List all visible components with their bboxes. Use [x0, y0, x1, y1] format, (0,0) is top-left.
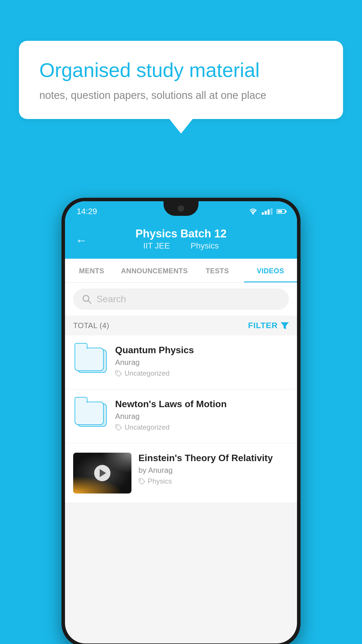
header-subtitle-iitjee: IIT JEE: [143, 241, 170, 250]
tag-icon: [138, 478, 145, 484]
search-input[interactable]: Search: [96, 294, 126, 304]
video-thumb-quantum: [73, 345, 108, 380]
video-author: by Anurag: [138, 466, 289, 475]
tag-icon: [115, 370, 122, 377]
header-subtitle-sep: [179, 241, 184, 250]
tag-icon: [115, 424, 122, 430]
list-item[interactable]: Einstein's Theory Of Relativity by Anura…: [65, 443, 297, 503]
tag-label: Physics: [148, 477, 172, 485]
speech-bubble-title: Organised study material: [39, 58, 323, 82]
tabs-bar: MENTS ANNOUNCEMENTS TESTS VIDEOS: [65, 259, 297, 283]
back-button[interactable]: ←: [75, 234, 87, 247]
header-subtitle: IIT JEE Physics: [77, 241, 285, 251]
folder-icon: [75, 348, 107, 377]
svg-point-0: [252, 213, 254, 215]
search-icon: [82, 294, 92, 304]
tab-tests[interactable]: TESTS: [191, 259, 244, 282]
total-count: TOTAL (4): [73, 321, 109, 330]
speech-bubble: Organised study material notes, question…: [19, 41, 343, 119]
video-author: Anurag: [115, 358, 289, 367]
video-title: Newton's Laws of Motion: [115, 399, 289, 410]
notch: [164, 201, 198, 216]
filter-button[interactable]: FILTER: [248, 321, 289, 330]
speech-bubble-container: Organised study material notes, question…: [19, 41, 343, 134]
video-tag: Uncategorized: [115, 423, 289, 431]
video-tag: Physics: [138, 477, 289, 485]
video-title: Quantum Physics: [115, 345, 289, 356]
tab-ments[interactable]: MENTS: [65, 259, 118, 282]
video-list: Quantum Physics Anurag Uncategorized: [65, 335, 297, 503]
svg-point-5: [117, 426, 118, 427]
svg-point-6: [140, 480, 141, 481]
video-author: Anurag: [115, 412, 289, 421]
video-title: Einstein's Theory Of Relativity: [138, 453, 289, 463]
speech-bubble-arrow: [169, 119, 193, 134]
video-info-einstein: Einstein's Theory Of Relativity by Anura…: [138, 453, 289, 485]
tag-label: Uncategorized: [124, 423, 170, 431]
svg-marker-3: [281, 322, 289, 329]
speech-bubble-subtitle: notes, question papers, solutions all at…: [39, 89, 323, 102]
video-thumb-newton: [73, 399, 108, 434]
svg-line-2: [88, 300, 91, 303]
tab-announcements[interactable]: ANNOUNCEMENTS: [118, 259, 191, 282]
signal-icon: [262, 208, 273, 215]
filter-icon: [281, 322, 289, 329]
header-title: Physics Batch 12: [77, 228, 285, 240]
phone-frame: 14:29: [61, 198, 301, 644]
battery-icon: [277, 209, 285, 214]
search-bar[interactable]: Search: [73, 288, 289, 310]
video-tag: Uncategorized: [115, 369, 289, 377]
play-button[interactable]: [94, 465, 110, 481]
list-item[interactable]: Quantum Physics Anurag Uncategorized: [65, 335, 297, 389]
status-icons: [248, 208, 285, 215]
video-thumbnail-einstein: [73, 453, 131, 494]
folder-icon: [75, 402, 107, 431]
wifi-icon: [248, 208, 258, 215]
list-item[interactable]: Newton's Laws of Motion Anurag Uncategor…: [65, 389, 297, 443]
camera-dot: [178, 205, 184, 212]
svg-point-4: [117, 372, 118, 373]
play-triangle-icon: [100, 469, 106, 477]
filter-bar: TOTAL (4) FILTER: [65, 316, 297, 335]
filter-label: FILTER: [248, 321, 278, 330]
search-bar-container: Search: [65, 283, 297, 316]
video-info-quantum: Quantum Physics Anurag Uncategorized: [115, 345, 289, 377]
status-bar: 14:29: [65, 201, 297, 222]
tab-videos[interactable]: VIDEOS: [244, 259, 297, 282]
phone-inner: 14:29: [65, 201, 297, 643]
video-info-newton: Newton's Laws of Motion Anurag Uncategor…: [115, 399, 289, 431]
tag-label: Uncategorized: [124, 369, 170, 377]
header-subtitle-physics: Physics: [191, 241, 219, 250]
app-header: ← Physics Batch 12 IIT JEE Physics: [65, 222, 297, 259]
status-time: 14:29: [77, 207, 97, 216]
